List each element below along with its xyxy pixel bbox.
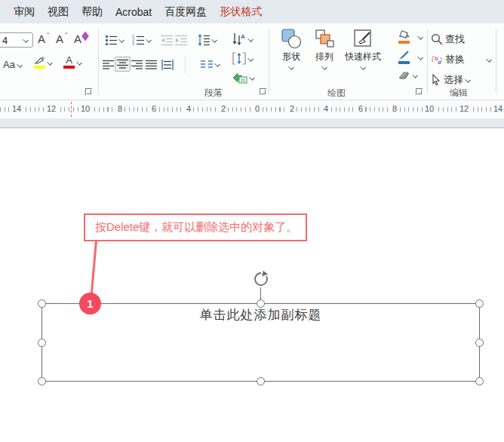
resize-handle-bottom-left[interactable] [38, 377, 46, 385]
resize-handle-middle-left[interactable] [38, 339, 46, 347]
shrink-font-button[interactable]: Aˇ [56, 32, 68, 45]
resize-handle-top-center[interactable] [257, 299, 265, 308]
tab-baidu-netdisk[interactable]: 百度网盘 [164, 5, 207, 19]
chevron-down-icon [249, 75, 255, 81]
decrease-indent-button[interactable] [161, 34, 173, 46]
paragraph-dialog-launcher-icon[interactable] [260, 88, 267, 96]
chevron-down-icon [214, 61, 220, 67]
font-size-value: 4 [0, 35, 23, 46]
group-separator [427, 29, 428, 94]
text-direction-icon: A [232, 32, 246, 45]
change-case-button[interactable]: Aa [3, 59, 22, 70]
font-dialog-launcher-icon[interactable] [85, 88, 93, 96]
shape-effects-button[interactable] [398, 70, 417, 81]
ruler-number: 2 [220, 104, 227, 113]
annotation-callout: 按Delete键，就可以删除选中的对象了。 [84, 213, 307, 241]
chevron-down-icon [360, 64, 366, 70]
bullets-button[interactable] [105, 34, 124, 46]
font-size-combo[interactable]: 4 [0, 32, 33, 48]
find-button[interactable]: 查找 [431, 32, 465, 46]
align-text-button[interactable] [232, 52, 253, 65]
cursor-arrow-icon [431, 74, 441, 86]
resize-handle-middle-right[interactable] [475, 339, 484, 347]
placeholder-text[interactable]: 单击此处添加副标题 [42, 306, 479, 324]
drawing-group-label: 绘图 [327, 87, 346, 100]
shape-fill-button[interactable] [398, 30, 423, 44]
tab-review[interactable]: 审阅 [14, 5, 35, 19]
font-color-icon: A [63, 56, 75, 69]
align-center-icon [117, 59, 128, 69]
distributed-icon [161, 60, 174, 70]
clear-formatting-button[interactable]: A [74, 32, 90, 45]
shape-outline-icon [398, 51, 410, 64]
line-spacing-icon [198, 34, 210, 46]
select-label: 选择 [444, 73, 463, 87]
ruler-number: 6 [150, 104, 158, 113]
ruler-number: 8 [391, 104, 398, 113]
ruler-number: 10 [423, 104, 435, 113]
paragraph-group-label: 段落 [204, 87, 223, 100]
annotation-callout-text: 按Delete键，就可以删除选中的对象了。 [95, 220, 297, 235]
rotation-handle-icon[interactable] [252, 270, 270, 288]
chevron-down-icon [321, 64, 327, 70]
distributed-button[interactable] [161, 60, 174, 70]
shapes-icon [281, 29, 302, 49]
ruler-number: 12 [45, 104, 57, 113]
tab-shape-format[interactable]: 形状格式 [220, 5, 262, 19]
numbering-icon: 123 [132, 34, 144, 46]
slide-canvas[interactable]: 按Delete键，就可以删除选中的对象了。 单击此处添加副标题 1 [0, 128, 504, 442]
resize-handle-top-left[interactable] [38, 299, 46, 308]
ruler-number: 4 [322, 104, 330, 113]
tab-view[interactable]: 视图 [48, 5, 69, 19]
resize-handle-bottom-right[interactable] [475, 377, 484, 385]
columns-button[interactable] [201, 60, 220, 69]
text-direction-button[interactable]: A [232, 32, 253, 45]
replace-button[interactable]: bc 替换 [431, 53, 491, 66]
justify-button[interactable] [146, 60, 157, 70]
select-button[interactable]: 选择 [431, 73, 470, 87]
chevron-down-icon [211, 37, 217, 43]
quick-styles-button[interactable]: 快速样式 [341, 29, 385, 69]
chevron-down-icon [47, 60, 53, 66]
align-left-icon [103, 60, 114, 70]
subtitle-placeholder[interactable]: 单击此处添加副标题 [41, 303, 480, 382]
shape-fill-icon [398, 30, 410, 44]
decrease-indent-icon [161, 34, 173, 46]
align-left-button[interactable] [103, 60, 114, 70]
smartart-icon [232, 72, 247, 84]
eraser-icon [81, 31, 89, 41]
line-spacing-button[interactable] [198, 34, 217, 46]
tab-help[interactable]: 帮助 [81, 5, 103, 19]
font-color-button[interactable]: A [63, 56, 81, 69]
grow-font-button[interactable]: Aˆ [38, 32, 50, 45]
quick-styles-label: 快速样式 [345, 51, 381, 63]
chevron-down-icon [247, 36, 254, 42]
shape-effects-icon [398, 70, 410, 81]
resize-handle-bottom-center[interactable] [257, 377, 265, 385]
replace-icon: bc [431, 54, 443, 66]
convert-to-smartart-button[interactable] [232, 72, 254, 84]
text-highlight-color-button[interactable] [34, 56, 52, 69]
search-icon [431, 33, 443, 45]
chevron-down-icon [118, 37, 124, 43]
resize-handle-top-right[interactable] [475, 299, 484, 308]
tab-acrobat[interactable]: Acrobat [115, 6, 152, 18]
align-center-button[interactable] [115, 57, 131, 72]
increase-indent-button[interactable] [175, 34, 187, 46]
numbering-button[interactable]: 123 [132, 34, 151, 46]
ruler-number: 14 [492, 104, 504, 113]
drawing-dialog-launcher-icon[interactable] [416, 88, 423, 96]
ruler-number: 4 [185, 104, 192, 113]
highlighter-icon [34, 56, 45, 69]
svg-text:3: 3 [132, 41, 134, 46]
align-right-button[interactable] [131, 60, 143, 70]
change-case-label: Aa [3, 59, 15, 70]
shapes-label: 形状 [282, 51, 300, 63]
ruler-number: 10 [79, 104, 91, 113]
ruler-number: 0 [254, 104, 261, 113]
chevron-down-icon [76, 60, 82, 66]
shape-outline-button[interactable] [398, 51, 423, 64]
shapes-button[interactable]: 形状 [275, 29, 308, 69]
callout-leader-line [91, 241, 97, 294]
arrange-button[interactable]: 排列 [308, 29, 341, 69]
